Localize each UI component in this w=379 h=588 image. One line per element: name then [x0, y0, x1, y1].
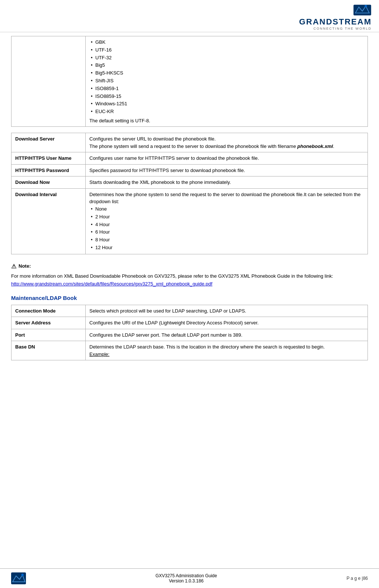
https-username-desc: Configures user name for HTTP/HTTPS serv…	[86, 152, 368, 165]
footer-logo-area	[11, 572, 26, 584]
encoding-item-utf16: UTF-16	[89, 46, 364, 54]
https-password-label: HTTP/HTTPS Password	[11, 164, 86, 176]
encoding-item-utf32: UTF-32	[89, 54, 364, 62]
encoding-list-cell: GBK UTF-16 UTF-32 Big5 Big5-HKSCS Shift-…	[86, 36, 368, 127]
encoding-item-big5hkscs: Big5-HKSCS	[89, 69, 364, 77]
page-number: P a g e |86	[346, 576, 368, 581]
note-text: For more information on XML Based Downlo…	[11, 272, 368, 280]
base-dn-example-label: Example:	[89, 351, 109, 357]
https-username-label: HTTP/HTTPS User Name	[11, 152, 86, 165]
table-row-base-dn: Base DN Determines the LDAP search base.…	[11, 341, 368, 360]
maintenance-table: Connection Mode Selects which protocol w…	[11, 305, 368, 361]
footer-doc-title: GXV3275 Administration Guide	[26, 573, 346, 578]
interval-2hour: 2 Hour	[89, 213, 364, 221]
page-label: P a g e	[346, 576, 360, 581]
warning-icon: ⚠	[11, 262, 16, 271]
interval-12hour: 12 Hour	[89, 244, 364, 252]
note-section: ⚠ Note: For more information on XML Base…	[11, 262, 368, 288]
download-server-label: Download Server	[11, 133, 86, 152]
note-link[interactable]: http://www.grandstream.com/sites/default…	[11, 281, 212, 287]
svg-point-5	[21, 574, 24, 576]
interval-4hour: 4 Hour	[89, 221, 364, 229]
table-row-download-now: Download Now Starts downloading the XML …	[11, 176, 368, 189]
server-address-label: Server Address	[11, 317, 86, 329]
logo-area: GRANDSTREAM CONNECTING THE WORLD	[299, 3, 372, 30]
note-title: ⚠ Note:	[11, 262, 368, 271]
page-wrapper: GRANDSTREAM CONNECTING THE WORLD GBK UTF…	[0, 0, 379, 588]
table-row-port: Port Configures the LDAP server port. Th…	[11, 329, 368, 341]
download-interval-label: Download Interval	[11, 188, 86, 254]
encoding-label-cell	[11, 36, 86, 127]
encoding-item-windows1251: Windows-1251	[89, 100, 364, 108]
connection-mode-desc: Selects which protocol will be used for …	[86, 305, 368, 317]
encoding-bullet-list: GBK UTF-16 UTF-32 Big5 Big5-HKSCS Shift-…	[89, 39, 364, 116]
port-desc: Configures the LDAP server port. The def…	[86, 329, 368, 341]
base-dn-desc: Determines the LDAP search base. This is…	[86, 341, 368, 360]
logo-text: GRANDSTREAM	[299, 17, 372, 27]
footer-logo-icon	[11, 572, 26, 584]
encoding-table: GBK UTF-16 UTF-32 Big5 Big5-HKSCS Shift-…	[11, 36, 368, 127]
phonebook-filename: phonebook.xml	[297, 143, 333, 149]
download-server-desc: Configures the server URL to download th…	[86, 133, 368, 152]
svg-point-2	[365, 5, 367, 7]
table-row-https-password: HTTP/HTTPS Password Specifies password f…	[11, 164, 368, 176]
page-num-value: |86	[362, 576, 368, 581]
table-row-connection-mode: Connection Mode Selects which protocol w…	[11, 305, 368, 317]
https-password-desc: Specifies password for HTTP/HTTPS server…	[86, 164, 368, 176]
page-header: GRANDSTREAM CONNECTING THE WORLD	[0, 0, 379, 32]
encoding-item-shiftjis: Shift-JIS	[89, 77, 364, 85]
logo-tagline: CONNECTING THE WORLD	[313, 27, 372, 30]
encoding-item-iso88591: ISO8859-1	[89, 85, 364, 93]
encoding-row: GBK UTF-16 UTF-32 Big5 Big5-HKSCS Shift-…	[11, 36, 368, 127]
encoding-item-gbk: GBK	[89, 39, 364, 46]
footer-text: GXV3275 Administration Guide Version 1.0…	[26, 573, 346, 584]
interval-none: None	[89, 205, 364, 213]
encoding-item-iso885915: ISO8859-15	[89, 93, 364, 100]
table-row-download-server: Download Server Configures the server UR…	[11, 133, 368, 152]
connection-mode-label: Connection Mode	[11, 305, 86, 317]
grandstream-logo-icon	[353, 3, 372, 17]
encoding-item-big5: Big5	[89, 62, 364, 69]
page-footer: GXV3275 Administration Guide Version 1.0…	[0, 568, 379, 588]
base-dn-label: Base DN	[11, 341, 86, 360]
download-interval-desc: Determines how the phone system to send …	[86, 188, 368, 254]
interval-8hour: 8 Hour	[89, 236, 364, 244]
table-row-https-username: HTTP/HTTPS User Name Configures user nam…	[11, 152, 368, 165]
table-row-server-address: Server Address Configures the URI of the…	[11, 317, 368, 329]
encoding-default-note: The default setting is UTF-8.	[89, 117, 364, 125]
main-content: GBK UTF-16 UTF-32 Big5 Big5-HKSCS Shift-…	[0, 32, 379, 396]
interval-bullet-list: None 2 Hour 4 Hour 6 Hour 8 Hour 12 Hour	[89, 205, 364, 252]
maintenance-section-heading: Maintenance/LDAP Book	[11, 295, 368, 301]
encoding-item-euckr: EUC-KR	[89, 108, 364, 116]
table-row-download-interval: Download Interval Determines how the pho…	[11, 188, 368, 254]
footer-version: Version 1.0.3.186	[26, 578, 346, 584]
port-label: Port	[11, 329, 86, 341]
server-address-desc: Configures the URI of the LDAP (Lightwei…	[86, 317, 368, 329]
download-now-label: Download Now	[11, 176, 86, 189]
download-now-desc: Starts downloading the XML phonebook to …	[86, 176, 368, 189]
note-label: Note:	[19, 262, 31, 270]
main-table: Download Server Configures the server UR…	[11, 133, 368, 254]
svg-rect-0	[353, 5, 371, 16]
interval-6hour: 6 Hour	[89, 228, 364, 236]
